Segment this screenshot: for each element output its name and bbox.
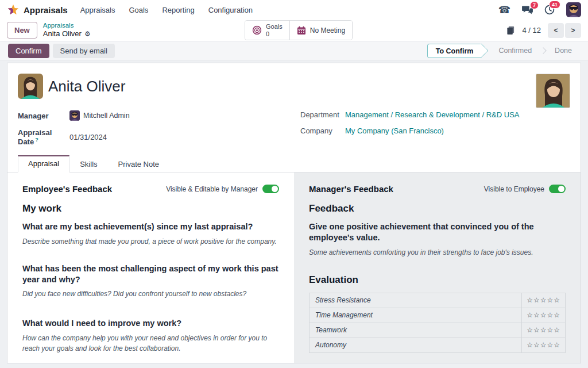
department-label: Department — [300, 110, 345, 119]
pager-next-button[interactable] — [565, 23, 581, 38]
bookmark-icon[interactable] — [506, 26, 515, 35]
feedback-heading: Feedback — [309, 203, 566, 214]
help-marker: ? — [35, 137, 38, 143]
app-switcher[interactable]: Appraisals — [7, 3, 68, 16]
question-block[interactable]: What has been the most challenging aspec… — [22, 263, 279, 300]
evaluation-heading: Evaluation — [309, 274, 566, 286]
star-rating[interactable]: ☆☆☆☆☆ — [522, 308, 566, 323]
control-panel: New Appraisals Anita Oliver Goals — [0, 20, 588, 41]
department-link[interactable]: Management / Research & Development / R&… — [345, 110, 519, 119]
pager-previous-button[interactable] — [548, 23, 564, 38]
star-rating[interactable]: ☆☆☆☆☆ — [522, 338, 566, 352]
question-help: Some achievements comforting you in thei… — [309, 247, 566, 258]
manager-label: Manager — [18, 112, 69, 120]
form-sheet: Anita Oliver Manager — [7, 63, 581, 363]
goals-stat-button[interactable]: Goals 0 — [245, 21, 289, 40]
employee-name-title[interactable]: Anita Oliver — [48, 78, 125, 95]
tab-private-note[interactable]: Private Note — [108, 155, 170, 172]
appraisal-date-value[interactable]: 01/31/2024 — [69, 133, 107, 141]
user-avatar[interactable] — [566, 2, 581, 17]
star-rating[interactable]: ☆☆☆☆☆ — [522, 323, 566, 338]
messages-icon[interactable]: 7 — [522, 5, 533, 14]
skill-label: Stress Resistance — [310, 293, 522, 308]
my-work-heading: My work — [22, 203, 279, 214]
chevron-right-icon — [540, 47, 546, 53]
notebook-tabs: Appraisal Skills Private Note — [7, 155, 581, 172]
activities-badge: 41 — [549, 1, 560, 9]
evaluation-row: Teamwork ☆☆☆☆☆ — [310, 323, 566, 338]
question-text: Give one positive achievement that convi… — [309, 221, 562, 243]
settings-gear-icon[interactable] — [84, 30, 91, 39]
nav-item-reporting[interactable]: Reporting — [162, 6, 194, 14]
breadcrumb-current: Anita Oliver — [43, 30, 91, 39]
nav-item-appraisals[interactable]: Appraisals — [80, 6, 115, 14]
app-name[interactable]: Appraisals — [24, 5, 68, 15]
question-block[interactable]: What would I need to improve my work? Ho… — [22, 318, 279, 354]
softphone-icon[interactable]: ☎ — [498, 5, 510, 15]
nav-item-configuration[interactable]: Configuration — [208, 6, 253, 14]
employee-toggle-label: Visible & Editable by Manager — [166, 185, 258, 193]
skill-label: Autonomy — [310, 338, 522, 352]
employee-avatar[interactable] — [18, 74, 43, 99]
breadcrumb-parent-link[interactable]: Appraisals — [43, 22, 91, 29]
main-menu: Appraisals Goals Reporting Configuration — [80, 6, 253, 14]
employee-visibility-toggle[interactable] — [262, 185, 279, 193]
meeting-stat-button[interactable]: No Meeting — [289, 21, 352, 40]
confirm-button[interactable]: Confirm — [8, 44, 49, 58]
status-step-confirmed[interactable]: Confirmed — [490, 44, 540, 58]
evaluation-row: Time Management ☆☆☆☆☆ — [310, 308, 566, 323]
evaluation-table: Stress Resistance ☆☆☆☆☆ Time Management … — [309, 293, 566, 353]
pager-value: 4 / 12 — [522, 26, 541, 34]
manager-value[interactable]: Mitchell Admin — [69, 110, 130, 121]
nav-item-goals[interactable]: Goals — [129, 6, 148, 14]
status-step-to-confirm[interactable]: To Confirm — [427, 44, 482, 58]
manager-feedback-title: Manager's Feedback — [309, 184, 393, 194]
goals-label: Goals — [266, 23, 283, 30]
appraisal-date-label: Appraisal Date? — [18, 128, 69, 146]
new-button[interactable]: New — [7, 22, 37, 39]
star-rating[interactable]: ☆☆☆☆☆ — [522, 293, 566, 308]
meeting-label: No Meeting — [310, 26, 345, 34]
employee-feedback-title: Employee's Feedback — [22, 184, 112, 194]
question-help: Did you face new difficulties? Did you c… — [22, 289, 279, 300]
activities-clock-icon[interactable]: 41 — [544, 5, 555, 15]
messages-badge: 7 — [530, 1, 539, 9]
skill-label: Time Management — [310, 308, 522, 323]
status-steps: To Confirm Confirmed Done — [427, 44, 580, 58]
manager-avatar — [69, 110, 80, 121]
evaluation-row: Autonomy ☆☆☆☆☆ — [310, 338, 566, 352]
tab-appraisal[interactable]: Appraisal — [18, 155, 69, 172]
status-bar: Confirm Send by email To Confirm Confirm… — [0, 41, 588, 60]
app-logo-star-icon — [7, 3, 20, 16]
manager-visibility-toggle[interactable] — [549, 185, 566, 193]
question-block[interactable]: What are my best achievement(s) since my… — [22, 221, 279, 247]
goals-count: 0 — [266, 30, 269, 38]
company-label: Company — [300, 126, 345, 135]
target-icon — [252, 25, 262, 35]
question-text: What would I need to improve my work? — [22, 318, 279, 329]
employee-feedback-panel: Employee's Feedback Visible & Editable b… — [7, 172, 294, 363]
top-navbar: Appraisals Appraisals Goals Reporting Co… — [0, 0, 588, 20]
question-text: What has been the most challenging aspec… — [22, 263, 279, 285]
stat-button-group: Goals 0 No — [245, 20, 353, 40]
question-block[interactable]: Give one positive achievement that convi… — [309, 221, 566, 258]
employee-photo — [536, 74, 570, 108]
send-by-email-button[interactable]: Send by email — [53, 44, 115, 58]
evaluation-row: Stress Resistance ☆☆☆☆☆ — [310, 293, 566, 308]
question-help: How can the company help you with your n… — [22, 333, 279, 354]
status-step-done[interactable]: Done — [547, 44, 580, 58]
breadcrumb: Appraisals Anita Oliver — [43, 22, 91, 38]
question-help: Describe something that made you proud, … — [22, 236, 279, 247]
manager-feedback-panel: Manager's Feedback Visible to Employee F… — [294, 172, 581, 363]
skill-label: Teamwork — [310, 323, 522, 338]
question-text: What are my best achievement(s) since my… — [22, 221, 279, 232]
manager-toggle-label: Visible to Employee — [484, 185, 544, 193]
company-link[interactable]: My Company (San Francisco) — [345, 126, 444, 135]
calendar-icon — [297, 26, 306, 35]
tab-skills[interactable]: Skills — [69, 155, 107, 172]
